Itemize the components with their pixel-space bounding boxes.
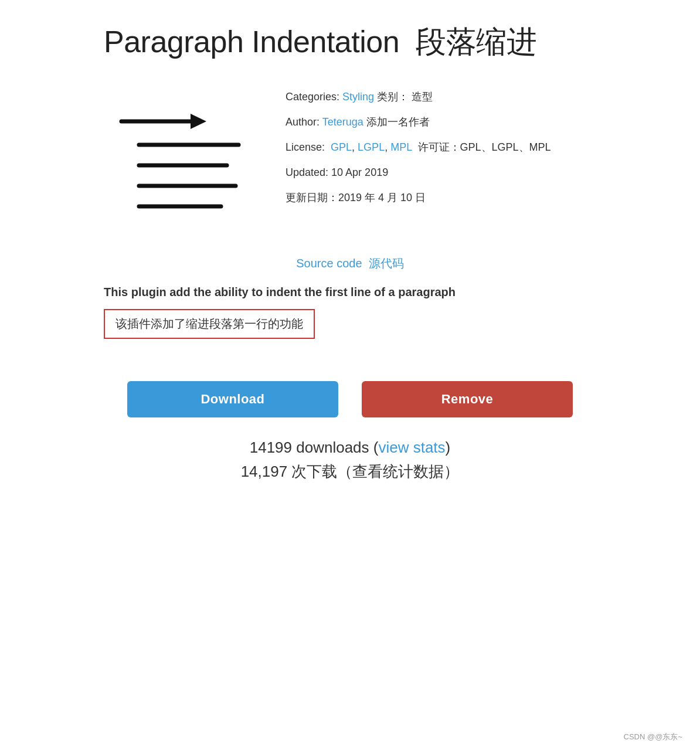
meta-updated-cn: 更新日期：2019 年 4 月 10 日 bbox=[286, 190, 596, 206]
license-mpl-link[interactable]: MPL bbox=[390, 141, 412, 153]
downloads-section: 14199 downloads (view stats) 14,197 次下载（… bbox=[104, 439, 596, 482]
downloads-en: 14199 downloads (view stats) bbox=[104, 439, 596, 457]
plugin-icon-svg bbox=[104, 89, 256, 230]
description-en: This plugin add the ability to indent th… bbox=[104, 283, 596, 301]
meta-author: Author: Teteruga 添加一名作者 bbox=[286, 114, 596, 130]
meta-categories: Categories: Styling 类别： 造型 bbox=[286, 89, 596, 105]
license-gpl-link[interactable]: GPL bbox=[331, 141, 352, 153]
author-link[interactable]: Teteruga bbox=[322, 116, 363, 128]
svg-marker-1 bbox=[191, 114, 206, 129]
page-title: Paragraph Indentation 段落缩进 bbox=[104, 23, 596, 60]
description-cn-wrapper: 该插件添加了缩进段落第一行的功能 bbox=[104, 309, 596, 360]
download-button[interactable]: Download bbox=[127, 381, 338, 417]
buttons-row: Download Remove bbox=[104, 381, 596, 417]
page-container: Paragraph Indentation 段落缩进 Categories: S… bbox=[69, 0, 631, 529]
remove-button[interactable]: Remove bbox=[362, 381, 573, 417]
description-section: This plugin add the ability to indent th… bbox=[104, 283, 596, 301]
watermark: CSDN @@东东~ bbox=[624, 732, 682, 742]
meta-license: License: GPL, LGPL, MPL 许可证：GPL、LGPL、MPL bbox=[286, 140, 596, 155]
categories-link[interactable]: Styling bbox=[342, 91, 374, 103]
license-lgpl-link[interactable]: LGPL bbox=[358, 141, 385, 153]
source-code-link[interactable]: Source code 源代码 bbox=[296, 257, 403, 270]
plugin-meta: Categories: Styling 类别： 造型 Author: Teter… bbox=[286, 83, 596, 215]
downloads-cn: 14,197 次下载（查看统计数据） bbox=[104, 461, 596, 482]
description-cn-box: 该插件添加了缩进段落第一行的功能 bbox=[104, 309, 315, 339]
plugin-info-row: Categories: Styling 类别： 造型 Author: Teter… bbox=[104, 83, 596, 232]
view-stats-link[interactable]: view stats bbox=[378, 439, 445, 456]
plugin-icon bbox=[104, 83, 256, 232]
source-code-section: Source code 源代码 bbox=[104, 256, 596, 271]
meta-updated-en: Updated: 10 Apr 2019 bbox=[286, 165, 596, 181]
